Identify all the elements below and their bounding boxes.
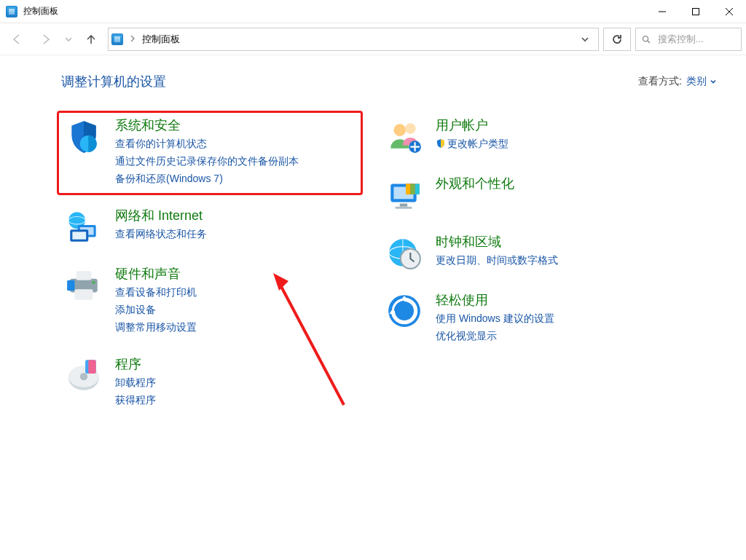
link-uninstall[interactable]: 卸载程序 <box>115 374 156 390</box>
svg-point-1 <box>643 36 648 41</box>
category-title[interactable]: 轻松使用 <box>436 291 554 309</box>
users-icon <box>386 118 423 154</box>
maximize-button[interactable] <box>679 0 712 23</box>
link-get-programs[interactable]: 获得程序 <box>115 392 156 408</box>
clock-icon <box>386 234 423 271</box>
svg-rect-18 <box>88 360 95 374</box>
page-heading: 调整计算机的设置 <box>61 73 166 90</box>
category-user-accounts[interactable]: 用户帐户 更改帐户类型 <box>382 112 688 162</box>
search-box[interactable] <box>635 28 742 51</box>
category-appearance[interactable]: 外观和个性化 <box>382 170 688 220</box>
category-hardware[interactable]: 硬件和声音 查看设备和打印机 添加设备 调整常用移动设置 <box>61 261 367 342</box>
svg-rect-11 <box>75 289 93 300</box>
category-title[interactable]: 用户帐户 <box>436 117 509 134</box>
svg-rect-8 <box>72 232 86 239</box>
viewby-value: 类别 <box>686 75 707 88</box>
svg-rect-28 <box>400 204 407 207</box>
recent-locations-button[interactable] <box>63 28 74 50</box>
svg-rect-27 <box>415 184 420 194</box>
content-header: 调整计算机的设置 查看方式: 类别 <box>61 73 717 90</box>
link-change-account-type[interactable]: 更改帐户类型 <box>436 135 509 151</box>
svg-rect-0 <box>693 8 699 15</box>
breadcrumb[interactable]: 控制面板 <box>142 33 180 46</box>
right-column: 用户帐户 更改帐户类型 <box>382 112 688 415</box>
link-optimize-visual[interactable]: 优化视觉显示 <box>436 328 554 344</box>
category-title[interactable]: 外观和个性化 <box>436 175 514 192</box>
categories: 系统和安全 查看你的计算机状态 通过文件历史记录保存你的文件备份副本 备份和还原… <box>61 112 717 415</box>
refresh-button[interactable] <box>603 28 631 51</box>
svg-rect-13 <box>67 280 74 291</box>
forward-button[interactable] <box>34 28 58 50</box>
link-file-history[interactable]: 通过文件历史记录保存你的文件备份副本 <box>115 153 299 169</box>
search-icon <box>642 34 651 44</box>
svg-rect-25 <box>406 184 410 194</box>
back-button[interactable] <box>4 28 29 50</box>
category-clock-region[interactable]: 时钟和区域 更改日期、时间或数字格式 <box>382 229 688 278</box>
link-backup-restore[interactable]: 备份和还原(Windows 7) <box>115 170 299 186</box>
link-devices-printers[interactable]: 查看设备和打印机 <box>115 284 197 300</box>
svg-point-19 <box>393 124 406 136</box>
category-programs[interactable]: 程序 卸载程序 获得程序 <box>61 351 367 415</box>
minimize-button[interactable] <box>645 0 679 23</box>
category-title[interactable]: 程序 <box>115 355 156 373</box>
category-network[interactable]: 网络和 Internet 查看网络状态和任务 <box>61 202 367 252</box>
chevron-down-icon <box>710 78 717 85</box>
category-system-security[interactable]: 系统和安全 查看你的计算机状态 通过文件历史记录保存你的文件备份副本 备份和还原… <box>61 112 367 194</box>
shield-admin-icon <box>436 138 446 149</box>
up-button[interactable] <box>79 28 103 50</box>
shield-icon <box>66 118 102 154</box>
category-title[interactable]: 硬件和声音 <box>115 265 197 283</box>
content: 调整计算机的设置 查看方式: 类别 系统和安 <box>0 55 746 560</box>
programs-icon <box>66 357 102 393</box>
link-recommended-settings[interactable]: 使用 Windows 建议的设置 <box>436 310 554 326</box>
address-bar[interactable]: 控制面板 <box>108 28 599 51</box>
control-panel-icon <box>6 6 17 17</box>
window-title: 控制面板 <box>23 5 58 17</box>
category-title[interactable]: 系统和安全 <box>115 117 299 134</box>
chevron-right-icon <box>129 33 136 44</box>
printer-icon <box>66 267 102 303</box>
viewby-dropdown[interactable]: 类别 <box>686 75 717 88</box>
category-ease-of-access[interactable]: 轻松使用 使用 Windows 建议的设置 优化视觉显示 <box>382 287 688 351</box>
network-icon <box>66 208 102 245</box>
close-button[interactable] <box>712 0 746 23</box>
link-view-status[interactable]: 查看你的计算机状态 <box>115 135 299 151</box>
toolbar: 控制面板 <box>0 23 746 55</box>
ease-of-access-icon <box>386 293 423 329</box>
category-title[interactable]: 网络和 Internet <box>115 207 207 224</box>
link-network-status[interactable]: 查看网络状态和任务 <box>115 226 207 242</box>
control-panel-icon <box>111 33 123 45</box>
appearance-icon <box>386 176 423 213</box>
link-add-device[interactable]: 添加设备 <box>115 301 197 318</box>
link-mobility[interactable]: 调整常用移动设置 <box>115 319 197 335</box>
titlebar: 控制面板 <box>0 0 746 23</box>
svg-rect-26 <box>410 184 415 194</box>
link-date-time-format[interactable]: 更改日期、时间或数字格式 <box>436 252 558 268</box>
address-dropdown-button[interactable] <box>575 35 595 44</box>
svg-point-20 <box>405 123 416 134</box>
svg-rect-29 <box>396 207 412 209</box>
search-input[interactable] <box>656 33 735 45</box>
svg-point-16 <box>80 373 87 380</box>
svg-point-12 <box>92 281 95 284</box>
category-title[interactable]: 时钟和区域 <box>436 233 558 251</box>
left-column: 系统和安全 查看你的计算机状态 通过文件历史记录保存你的文件备份副本 备份和还原… <box>61 112 367 415</box>
viewby-label: 查看方式: <box>638 75 682 88</box>
svg-rect-10 <box>76 271 92 280</box>
